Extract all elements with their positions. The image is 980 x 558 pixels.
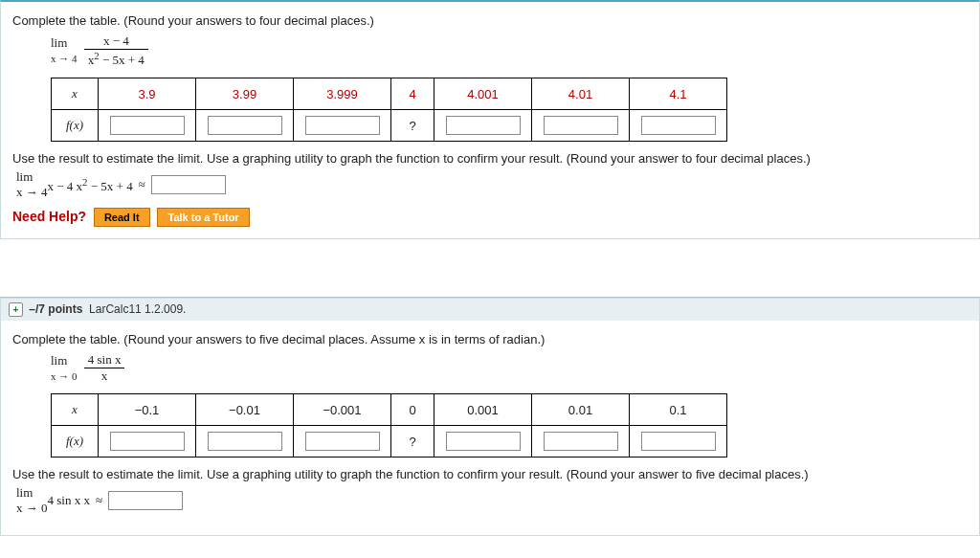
- fx-input[interactable]: [305, 432, 380, 451]
- lim-text: lim: [51, 353, 67, 368]
- x-value: −0.01: [196, 394, 294, 426]
- read-it-button[interactable]: Read It: [94, 208, 150, 227]
- fx-input[interactable]: [305, 116, 380, 135]
- x-value: −0.001: [294, 394, 391, 426]
- need-help-label: Need Help?: [12, 209, 86, 224]
- lim-text: lim: [16, 485, 33, 500]
- approx-symbol: ≈: [96, 493, 102, 508]
- data-table: x 3.9 3.99 3.999 4 4.001 4.01 4.1 f(x) ?: [51, 78, 727, 142]
- fx-center: ?: [391, 426, 434, 458]
- fx-label: f(x): [52, 110, 99, 142]
- fx-input[interactable]: [208, 116, 282, 135]
- x-value: 0.001: [434, 394, 532, 426]
- x-value: 0: [391, 394, 434, 426]
- expand-icon[interactable]: +: [9, 302, 23, 317]
- table-row-x: x 3.9 3.99 3.999 4 4.001 4.01 4.1: [52, 78, 727, 110]
- lim-sub: x → 0: [16, 501, 48, 515]
- x-value: 0.1: [630, 394, 727, 426]
- x-value: 4.1: [630, 78, 727, 110]
- fx-input[interactable]: [110, 116, 185, 135]
- spacer: [0, 239, 980, 297]
- x-value: 4.01: [532, 78, 630, 110]
- estimate-text: Use the result to estimate the limit. Us…: [12, 467, 968, 481]
- table-row-fx: f(x) ?: [52, 110, 727, 142]
- formula-denominator: x2 − 5x + 4: [77, 179, 133, 193]
- limit-approx-row: lim x → 4 x − 4 x2 − 5x + 4 ≈: [16, 169, 968, 200]
- approx-symbol: ≈: [139, 177, 145, 192]
- x-value: 3.9: [99, 78, 196, 110]
- lim-sub: x → 4: [51, 53, 78, 64]
- formula-denominator: x2 − 5x + 4: [84, 50, 148, 68]
- formula-numerator: x − 4: [84, 33, 148, 50]
- limit-approx-row: lim x → 0 4 sin x x ≈: [16, 485, 968, 516]
- fx-center: ?: [391, 110, 434, 142]
- x-value: 4.001: [434, 78, 532, 110]
- fx-input[interactable]: [110, 432, 185, 451]
- formula-denominator: x: [84, 368, 125, 384]
- formula-numerator: 4 sin x: [48, 493, 81, 507]
- fx-input[interactable]: [446, 116, 521, 135]
- formula-denominator: x: [83, 493, 90, 507]
- fx-input[interactable]: [641, 432, 716, 451]
- question-header: + –/7 points LarCalc11 1.2.009.: [0, 298, 980, 321]
- limit-formula: lim x → 0 4 sin x x: [51, 352, 968, 384]
- limit-answer-input[interactable]: [151, 175, 226, 194]
- lim-sub: x → 0: [51, 370, 78, 382]
- x-value: 0.01: [532, 394, 630, 426]
- estimate-text: Use the result to estimate the limit. Us…: [12, 151, 968, 166]
- fx-input[interactable]: [544, 432, 618, 451]
- fx-input[interactable]: [446, 432, 521, 451]
- instruction-text: Complete the table. (Round your answers …: [12, 332, 968, 346]
- x-value: 3.99: [196, 78, 294, 110]
- question-2: Complete the table. (Round your answers …: [0, 321, 980, 536]
- reference-text: LarCalc11 1.2.009.: [89, 302, 186, 316]
- x-value: 4: [391, 78, 434, 110]
- table-row-fx: f(x) ?: [52, 426, 727, 458]
- table-row-x: x −0.1 −0.01 −0.001 0 0.001 0.01 0.1: [52, 394, 727, 426]
- limit-formula: lim x → 4 x − 4 x2 − 5x + 4: [51, 33, 968, 68]
- x-value: 3.999: [294, 78, 391, 110]
- x-value: −0.1: [99, 394, 196, 426]
- talk-tutor-button[interactable]: Talk to a Tutor: [157, 208, 249, 227]
- x-label: x: [52, 394, 99, 426]
- instruction-text: Complete the table. (Round your answers …: [12, 13, 968, 28]
- limit-answer-input[interactable]: [108, 491, 183, 510]
- fx-label: f(x): [52, 426, 99, 458]
- x-label: x: [52, 78, 99, 110]
- lim-text: lim: [51, 35, 67, 50]
- fx-input[interactable]: [544, 116, 618, 135]
- formula-numerator: 4 sin x: [84, 352, 125, 368]
- data-table: x −0.1 −0.01 −0.001 0 0.001 0.01 0.1 f(x…: [51, 393, 727, 458]
- fx-input[interactable]: [641, 116, 716, 135]
- lim-text: lim: [16, 169, 33, 184]
- points-text: –/7 points: [29, 302, 82, 316]
- need-help-row: Need Help? Read It Talk to a Tutor: [12, 208, 968, 227]
- question-1: Complete the table. (Round your answers …: [0, 0, 980, 239]
- formula-numerator: x − 4: [48, 179, 74, 193]
- fx-input[interactable]: [208, 432, 282, 451]
- lim-sub: x → 4: [16, 185, 48, 199]
